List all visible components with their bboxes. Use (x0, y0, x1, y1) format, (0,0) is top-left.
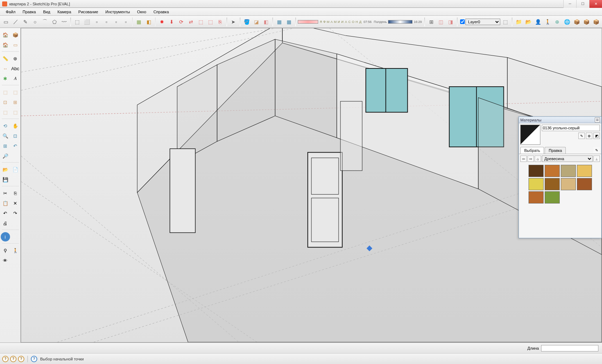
viewport-3d[interactable]: Материалы ☒ ✎ ⊕ ◩ Выбрать Правка ✎ (21, 28, 602, 343)
eraser-icon[interactable]: ◧ (262, 17, 271, 27)
paint-icon[interactable]: 🪣 (242, 17, 251, 27)
materials-tab-edit[interactable]: Правка (545, 147, 566, 154)
back-icon[interactable]: ▫ (111, 17, 120, 27)
new-icon[interactable]: 📄 (11, 165, 20, 174)
material-swatch[interactable] (577, 178, 592, 190)
tape-icon[interactable]: 📏 (1, 54, 10, 63)
material-swatch[interactable] (561, 165, 576, 177)
zoom-window-icon[interactable]: ⊡ (11, 131, 20, 140)
menu-draw[interactable]: Рисование (75, 9, 102, 15)
rectangle-icon[interactable]: ▭ (1, 17, 10, 27)
rotate-icon[interactable]: ⟳ (177, 17, 186, 27)
copy-icon[interactable]: ⎘ (216, 17, 225, 27)
maximize-button[interactable]: ☐ (576, 0, 589, 8)
dimension-icon[interactable]: ↔ (1, 64, 10, 73)
hint-person-icon[interactable]: ? (2, 356, 9, 362)
hint-credit-icon[interactable]: ? (18, 356, 24, 362)
ungroup-icon[interactable]: ⬚ (206, 17, 215, 27)
pencil-icon[interactable]: ✎ (21, 17, 30, 27)
follow-icon[interactable]: ⬚ (11, 87, 20, 97)
material-swatch[interactable] (561, 178, 576, 190)
material-swatch[interactable] (545, 191, 560, 203)
nav-detail-button[interactable]: ⟂ (593, 155, 600, 162)
save-icon[interactable]: 💾 (1, 175, 10, 184)
flip-icon[interactable]: ⇄ (187, 17, 196, 27)
layer-visible-checkbox[interactable] (460, 19, 465, 24)
pan-icon[interactable]: ✋ (11, 121, 20, 130)
section-icon[interactable]: ◫ (436, 17, 445, 27)
position-icon[interactable]: ⚲ (1, 246, 10, 255)
component-icon[interactable]: 📦 (11, 30, 20, 39)
walk2-icon[interactable]: 🚶 (11, 246, 20, 255)
eyedropper-icon[interactable]: ✎ (593, 147, 600, 153)
rs-icon[interactable]: ⊞ (427, 17, 436, 27)
look-icon[interactable]: 👁 (1, 256, 10, 265)
paint2-icon[interactable]: ◪ (252, 17, 261, 27)
zoom-icon[interactable]: 🔍 (1, 131, 10, 140)
undo-icon[interactable]: ↶ (1, 209, 10, 218)
freehand-icon[interactable]: 〰 (59, 17, 68, 27)
offset-icon[interactable]: ⊡ (1, 97, 10, 107)
model-info-icon[interactable]: 🏠 (1, 30, 10, 39)
menu-file[interactable]: Файл (2, 9, 19, 15)
materials-close-button[interactable]: ☒ (595, 118, 600, 123)
close-button[interactable]: ✕ (589, 0, 602, 8)
menu-view[interactable]: Вид (39, 9, 54, 15)
import-icon[interactable]: ⬇ (167, 17, 176, 27)
material-category-select[interactable]: Древесина (542, 155, 593, 162)
walk-icon[interactable]: 🚶 (543, 17, 552, 27)
material-swatch[interactable] (529, 191, 544, 203)
circle-icon[interactable]: ○ (30, 17, 39, 27)
warehouse1-icon[interactable]: 📁 (514, 17, 523, 27)
material-name-input[interactable] (542, 125, 600, 131)
layers-icon[interactable]: ▭ (11, 40, 20, 49)
line-icon[interactable]: ／ (11, 17, 20, 27)
material-swatch[interactable] (545, 178, 560, 190)
sandbox1-icon[interactable]: ▦ (275, 17, 284, 27)
intersect-icon[interactable]: ⊞ (11, 97, 20, 107)
warehouse2-icon[interactable]: 📂 (524, 17, 533, 27)
hidden-icon[interactable]: ◧ (144, 17, 153, 27)
box3-icon[interactable]: 📦 (592, 17, 601, 27)
group-icon[interactable]: ⬚ (196, 17, 205, 27)
redo-icon[interactable]: ↷ (11, 209, 20, 218)
arc-icon[interactable]: ⌒ (40, 17, 49, 27)
geo-icon[interactable]: ⊕ (553, 17, 562, 27)
axes-icon[interactable]: ✱ (1, 74, 10, 83)
copy2-icon[interactable]: ⎘ (11, 188, 20, 198)
material-create-button[interactable]: ✎ (578, 133, 585, 139)
solid-icon[interactable]: ⬚ (11, 107, 20, 117)
print-icon[interactable]: 🖨 (1, 219, 10, 228)
explode-icon[interactable]: ✸ (157, 17, 166, 27)
shaded-icon[interactable]: ▦ (134, 17, 143, 27)
outliner-icon[interactable]: 🏠 (1, 40, 10, 49)
zoom-sel-icon[interactable]: 🔎 (1, 151, 10, 161)
earth-icon[interactable]: 🌐 (563, 17, 572, 27)
nav-fwd-button[interactable]: ⇨ (527, 155, 534, 162)
material-swatch[interactable] (577, 165, 592, 177)
box2-icon[interactable]: 📦 (582, 17, 591, 27)
polygon-icon[interactable]: ⬠ (50, 17, 59, 27)
orbit-icon[interactable]: ⟲ (1, 121, 10, 130)
top-icon[interactable]: ⬜ (82, 17, 91, 27)
text-icon[interactable]: Abc (11, 64, 20, 73)
open-icon[interactable]: 📂 (1, 165, 10, 174)
paste-icon[interactable]: 📋 (1, 198, 10, 208)
previous-icon[interactable]: ↶ (11, 141, 20, 150)
section-fill-icon[interactable]: ◨ (446, 17, 455, 27)
menu-camera[interactable]: Камера (54, 9, 75, 15)
select-icon[interactable]: ➤ (229, 17, 238, 27)
push-icon[interactable]: ⬚ (1, 87, 10, 97)
3dtext-icon[interactable]: 𝐴 (11, 74, 20, 83)
box1-icon[interactable]: 📦 (572, 17, 581, 27)
iso-icon[interactable]: ⬚ (73, 17, 82, 27)
person-icon[interactable]: 👤 (534, 17, 543, 27)
front-icon[interactable]: ▫ (92, 17, 101, 27)
nav-back-button[interactable]: ⇦ (520, 155, 527, 162)
zoom-extents-icon[interactable]: ⊞ (1, 141, 10, 150)
right-icon[interactable]: ▫ (102, 17, 111, 27)
delete-icon[interactable]: ✕ (11, 198, 20, 208)
outer-icon[interactable]: ⬚ (1, 107, 10, 117)
hint-geo-icon[interactable]: ? (10, 356, 16, 362)
material-swatch[interactable] (529, 178, 544, 190)
